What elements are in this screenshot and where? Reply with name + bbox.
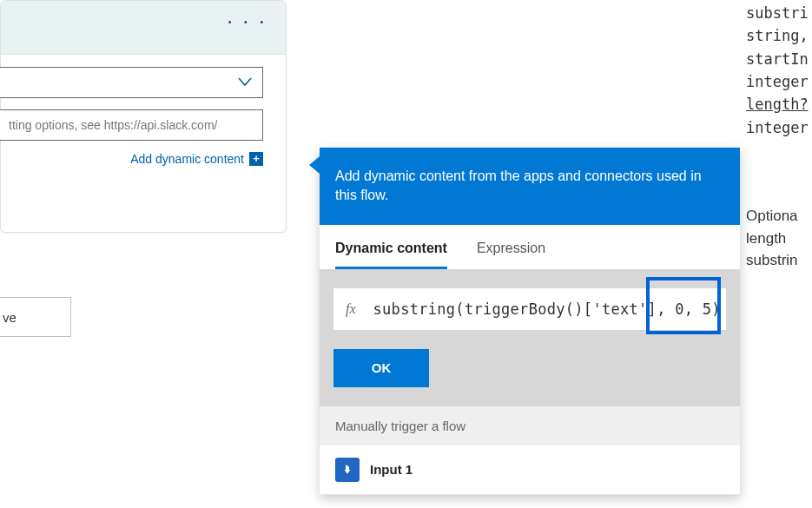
tooltip-line: integer xyxy=(746,116,812,139)
parameter-tooltip-desc: Optiona length substrin xyxy=(746,205,812,272)
parameter-tooltip: substri string, startIn integer length? … xyxy=(746,2,812,139)
tab-expression[interactable]: Expression xyxy=(477,241,545,267)
add-dynamic-content-label: Add dynamic content xyxy=(130,152,244,166)
more-icon[interactable]: · · · xyxy=(227,16,267,25)
flyout-caret-icon xyxy=(309,156,320,174)
tooltip-line: string, xyxy=(746,24,812,47)
dynamic-content-flyout: Add dynamic content from the apps and co… xyxy=(320,148,740,495)
action-card: · · · tting options, see https://api.sla… xyxy=(0,0,287,233)
fx-icon: fx xyxy=(346,301,356,317)
content-item-label: Input 1 xyxy=(370,462,413,477)
card-header: · · · xyxy=(1,1,286,55)
parse-options-dropdown[interactable] xyxy=(0,67,263,98)
textbox-placeholder: tting options, see https://api.slack.com… xyxy=(9,118,217,132)
tooltip-line: integer xyxy=(746,70,812,93)
tab-dynamic-content[interactable]: Dynamic content xyxy=(335,241,447,269)
tooltip-line: startIn xyxy=(746,48,812,70)
add-dynamic-content-link[interactable]: Add dynamic content + xyxy=(130,152,263,166)
flyout-banner: Add dynamic content from the apps and co… xyxy=(320,148,740,225)
plus-icon: + xyxy=(249,152,263,166)
tooltip-desc-line: substrin xyxy=(746,249,812,272)
save-button[interactable]: ve xyxy=(0,297,71,337)
formatting-help-textbox[interactable]: tting options, see https://api.slack.com… xyxy=(0,109,263,141)
chevron-down-icon xyxy=(236,73,254,93)
ok-button[interactable]: OK xyxy=(333,349,429,387)
expression-text: substring(triggerBody()['text'], 0, 5) xyxy=(373,300,721,318)
flyout-tabs: Dynamic content Expression xyxy=(320,225,740,269)
tooltip-line: substri xyxy=(746,2,812,24)
expression-area: fx substring(triggerBody()['text'], 0, 5… xyxy=(320,269,740,406)
content-item[interactable]: Input 1 xyxy=(320,445,740,495)
content-group-header: Manually trigger a flow xyxy=(320,406,740,445)
expression-input[interactable]: fx substring(triggerBody()['text'], 0, 5… xyxy=(333,288,726,330)
pointer-icon xyxy=(335,458,360,482)
tooltip-desc-line: length xyxy=(746,228,812,250)
tooltip-line: length? xyxy=(746,93,812,115)
tooltip-desc-line: Optiona xyxy=(746,205,812,228)
